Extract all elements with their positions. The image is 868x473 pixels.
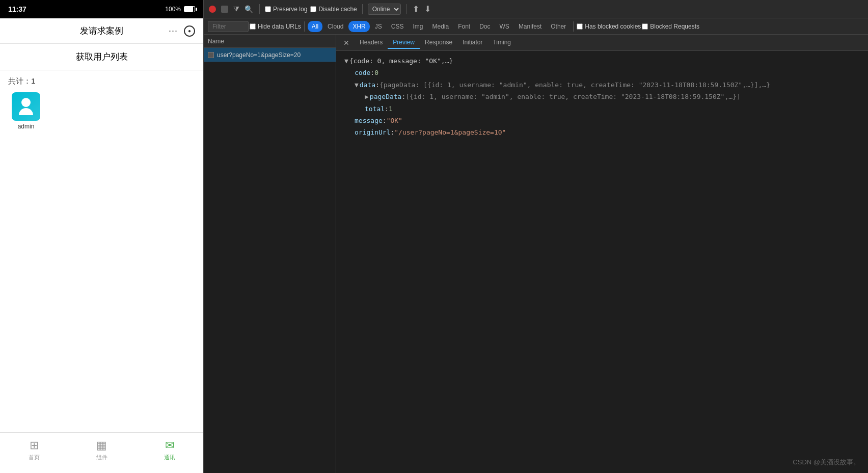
filter-tab-js[interactable]: JS: [371, 21, 386, 32]
filter-tab-cloud[interactable]: Cloud: [323, 21, 347, 32]
filter-input[interactable]: [208, 21, 249, 32]
tab-response[interactable]: Response: [420, 37, 457, 49]
name-column-header: Name: [208, 38, 224, 45]
disable-cache-checkbox[interactable]: [310, 6, 316, 12]
filter-tab-doc[interactable]: Doc: [475, 21, 494, 32]
nav-item-components[interactable]: ▦ 组件: [68, 439, 135, 461]
record-button[interactable]: [208, 5, 217, 14]
user-avatar: [12, 92, 40, 121]
json-code-line: code : 0: [344, 67, 860, 78]
stop-button[interactable]: [220, 5, 229, 14]
devtools-toolbar: ⧩ 🔍 Preserve log Disable cache Online ⬆ …: [204, 0, 868, 18]
originurl-value: "/user?pageNo=1&pageSize=10": [394, 126, 506, 138]
nav-label-components: 组件: [96, 454, 107, 461]
filter-separator-2: [573, 21, 574, 32]
phone-bottom-nav: ⊞ 首页 ▦ 组件 ✉ 通讯: [0, 432, 203, 473]
components-icon: ▦: [96, 439, 107, 452]
originurl-key: originUrl: [355, 126, 390, 138]
watermark: CSDN @美酒没故事。: [793, 458, 860, 467]
data-expand-icon[interactable]: ▼: [355, 79, 359, 91]
preview-content: ▼ {code: 0, message: "OK",…} code : 0 ▼ …: [336, 51, 868, 473]
devtools-filter-bar: Hide data URLs All Cloud XHR JS CSS Img …: [204, 18, 868, 35]
funnel-icon: ⧩: [233, 5, 239, 13]
nav-item-comms[interactable]: ✉ 通讯: [135, 439, 203, 461]
pagedata-value: [{id: 1, username: "admin", enable: true…: [405, 91, 740, 102]
hide-data-urls-group: Hide data URLs: [250, 23, 301, 30]
record-circle-icon: [209, 6, 216, 13]
phone-content: 共计：1 admin: [0, 70, 203, 432]
export-har-button[interactable]: ⬇: [423, 3, 432, 15]
download-icon: ⬇: [424, 4, 431, 14]
filter-tab-xhr[interactable]: XHR: [348, 21, 369, 32]
network-throttle-select[interactable]: Online: [368, 4, 401, 15]
request-list-header: Name: [204, 35, 336, 48]
pagedata-key: pageData: [370, 91, 402, 102]
request-list: Name user?pageNo=1&pageSize=20: [204, 35, 336, 473]
users-count: 共计：1: [8, 76, 195, 86]
blocked-requests-checkbox[interactable]: [642, 23, 648, 30]
phone-notch: [71, 0, 132, 14]
json-root-line: ▼ {code: 0, message: "OK",…}: [344, 55, 860, 67]
blocked-requests-group: Blocked Requests: [642, 23, 699, 30]
total-key: total: [365, 103, 385, 115]
hide-data-urls-checkbox[interactable]: [250, 23, 256, 30]
avatar-figure: [19, 98, 33, 115]
has-blocked-cookies-checkbox[interactable]: [577, 23, 583, 30]
filter-tab-all[interactable]: All: [308, 21, 322, 32]
tab-preview[interactable]: Preview: [388, 37, 420, 49]
battery-percent: 100%: [165, 6, 181, 13]
json-message-line: message : "OK": [344, 115, 860, 126]
filter-tab-ws[interactable]: WS: [496, 21, 513, 32]
preserve-log-group: Preserve log: [265, 6, 307, 13]
devtools-panel: ⧩ 🔍 Preserve log Disable cache Online ⬆ …: [204, 0, 868, 473]
json-pagedata-line: ▶ pageData : [{id: 1, username: "admin",…: [344, 91, 860, 102]
filter-tab-font[interactable]: Font: [454, 21, 474, 32]
filter-tab-media[interactable]: Media: [428, 21, 453, 32]
request-row-checkbox: [208, 52, 214, 58]
code-key: code: [355, 67, 370, 78]
import-har-button[interactable]: ⬆: [412, 3, 420, 15]
detail-tabs: ✕ Headers Preview Response Initiator Tim…: [336, 35, 868, 51]
tab-timing[interactable]: Timing: [487, 37, 516, 49]
tab-headers[interactable]: Headers: [355, 37, 388, 49]
search-button[interactable]: 🔍: [243, 4, 254, 14]
detail-panel: ✕ Headers Preview Response Initiator Tim…: [336, 35, 868, 473]
filter-tab-img[interactable]: Img: [409, 21, 427, 32]
request-row[interactable]: user?pageNo=1&pageSize=20: [204, 48, 336, 62]
battery-icon: [184, 6, 195, 12]
phone-status-right: 100%: [165, 6, 195, 13]
more-icon[interactable]: ···: [169, 25, 178, 36]
devtools-content: Name user?pageNo=1&pageSize=20 ✕ Headers…: [204, 35, 868, 473]
disable-cache-label[interactable]: Disable cache: [318, 6, 357, 13]
close-detail-button[interactable]: ✕: [340, 38, 352, 48]
has-blocked-cookies-label[interactable]: Has blocked cookies: [585, 23, 641, 30]
preserve-log-checkbox[interactable]: [265, 6, 271, 12]
filter-button[interactable]: ⧩: [232, 4, 240, 14]
data-value: {pageData: [{id: 1, username: "admin", e…: [379, 79, 770, 91]
phone-time: 11:37: [8, 5, 26, 13]
json-originurl-line: originUrl : "/user?pageNo=1&pageSize=10": [344, 126, 860, 138]
phone-status-bar: 11:37 100%: [0, 0, 203, 18]
disable-cache-group: Disable cache: [310, 6, 357, 13]
nav-label-home: 首页: [29, 454, 40, 461]
phone-app-title: 发请求案例: [80, 25, 123, 37]
filter-tab-css[interactable]: CSS: [387, 21, 408, 32]
filter-tab-manifest[interactable]: Manifest: [514, 21, 546, 32]
phone-title-bar: 发请求案例 ··· ●: [0, 18, 203, 44]
hide-data-urls-label[interactable]: Hide data URLs: [258, 23, 301, 30]
nav-item-home[interactable]: ⊞ 首页: [0, 439, 68, 461]
filter-tab-other[interactable]: Other: [547, 21, 570, 32]
home-icon: ⊞: [30, 439, 39, 452]
tab-initiator[interactable]: Initiator: [457, 37, 487, 49]
phone-title-icons: ··· ●: [169, 25, 195, 37]
pagedata-expand-icon[interactable]: ▶: [365, 91, 369, 102]
blocked-requests-label[interactable]: Blocked Requests: [650, 23, 699, 30]
fetch-users-button[interactable]: 获取用户列表: [0, 44, 203, 70]
root-expand-icon[interactable]: ▼: [344, 55, 348, 67]
toolbar-separator-2: [362, 4, 363, 14]
record-icon[interactable]: ●: [184, 25, 195, 37]
data-key: data: [360, 79, 375, 91]
total-value: 1: [389, 103, 393, 115]
preserve-log-label[interactable]: Preserve log: [273, 6, 307, 13]
json-total-line: total : 1: [344, 103, 860, 115]
